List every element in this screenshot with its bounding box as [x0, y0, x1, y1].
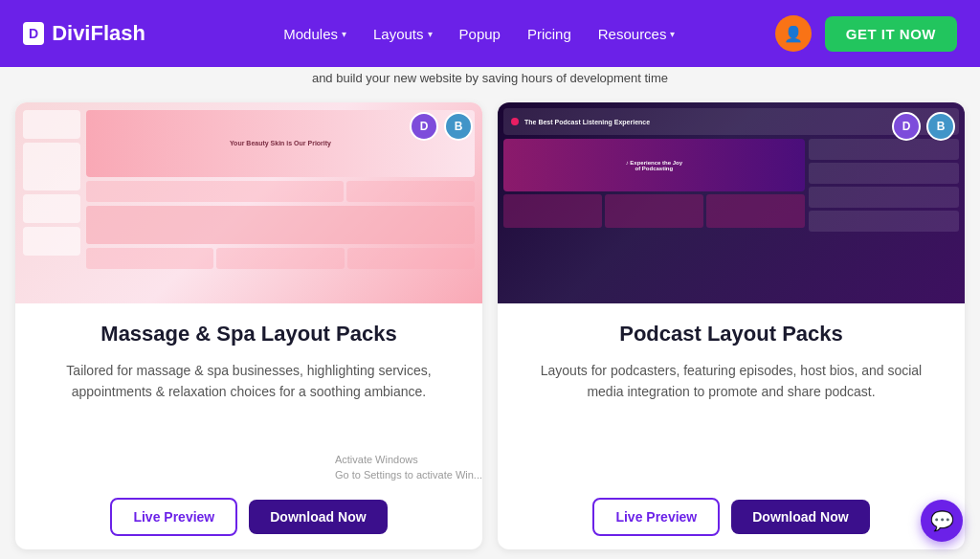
icon-badges: D B: [410, 112, 473, 141]
beaver-badge-podcast: B: [926, 112, 955, 141]
podcast-header-dot: [511, 118, 519, 125]
card-podcast: The Best Podcast Listening Experience ♪ …: [498, 102, 965, 549]
spa-block: [86, 181, 344, 202]
logo-text: DiviFlash: [52, 21, 145, 46]
spa-block: [347, 248, 475, 269]
chevron-down-icon: ▾: [342, 29, 346, 39]
live-preview-button-podcast[interactable]: Live Preview: [592, 498, 720, 536]
podcast-grid-item: [605, 194, 703, 228]
content-area: and build your new website by saving hou…: [0, 67, 980, 559]
download-now-button-spa[interactable]: Download Now: [249, 500, 387, 534]
podcast-header: The Best Podcast Listening Experience: [503, 108, 959, 135]
windows-watermark: Activate Windows Go to Settings to activ…: [335, 453, 482, 482]
podcast-grid: [503, 194, 805, 228]
cards-row: Your Beauty Skin is Our Priority: [0, 91, 980, 559]
podcast-sidebar-item: [809, 211, 959, 232]
spa-block: [86, 248, 213, 269]
spa-mockup: Your Beauty Skin is Our Priority: [23, 110, 475, 296]
download-now-button-podcast[interactable]: Download Now: [731, 500, 869, 534]
podcast-banner: ♪ Experience the Joyof Podcasting: [503, 139, 805, 191]
nav-links: Modules ▾ Layouts ▾ Popup Pricing Resour…: [184, 26, 775, 42]
spa-hero-text: Your Beauty Skin is Our Priority: [230, 139, 331, 147]
logo-icon: D: [23, 22, 44, 45]
card-body-spa: Massage & Spa Layout Packs Tailored for …: [15, 303, 482, 549]
spa-sidebar-item: [23, 227, 80, 256]
spa-block: [346, 181, 475, 202]
podcast-banner-text: ♪ Experience the Joyof Podcasting: [626, 160, 682, 171]
nav-popup[interactable]: Popup: [459, 26, 501, 42]
spa-content-row: [86, 181, 475, 202]
card-actions-spa: Live Preview Download Now: [110, 498, 387, 536]
podcast-mockup: The Best Podcast Listening Experience ♪ …: [503, 108, 959, 298]
podcast-sidebar-item: [809, 163, 959, 184]
spa-content-row: [86, 248, 475, 269]
spa-sidebar-item: [23, 110, 80, 139]
podcast-main-area: ♪ Experience the Joyof Podcasting: [503, 139, 805, 298]
nav-pricing[interactable]: Pricing: [527, 26, 571, 42]
navbar: D DiviFlash Modules ▾ Layouts ▾ Popup Pr…: [0, 0, 980, 67]
card-image-spa: Your Beauty Skin is Our Priority: [15, 102, 482, 303]
chevron-down-icon: ▾: [670, 29, 675, 39]
get-it-now-button[interactable]: GET IT NOW: [825, 16, 957, 52]
podcast-sidebar-item: [809, 187, 959, 208]
spa-sidebar: [23, 110, 80, 296]
chat-bubble-button[interactable]: 💬: [921, 500, 963, 542]
card-actions-podcast: Live Preview Download Now: [592, 498, 869, 536]
chevron-down-icon: ▾: [428, 29, 433, 39]
spa-sidebar-item: [23, 143, 80, 190]
spa-image-placeholder: [86, 206, 475, 244]
podcast-body: ♪ Experience the Joyof Podcasting: [503, 139, 959, 298]
spa-block: [216, 248, 344, 269]
user-avatar-button[interactable]: 👤: [775, 15, 812, 52]
card-desc-podcast: Layouts for podcasters, featuring episod…: [521, 360, 942, 482]
podcast-sidebar-item: [809, 139, 959, 160]
logo[interactable]: D DiviFlash: [23, 21, 145, 46]
nav-right: 👤 GET IT NOW: [775, 15, 957, 52]
divi-badge: D: [410, 112, 438, 141]
live-preview-button-spa[interactable]: Live Preview: [110, 498, 237, 536]
card-title-spa: Massage & Spa Layout Packs: [100, 321, 396, 348]
watermark-line1: Activate Windows: [335, 453, 482, 467]
podcast-grid-item: [503, 194, 602, 228]
card-image-podcast: The Best Podcast Listening Experience ♪ …: [498, 102, 965, 303]
watermark-line2: Go to Settings to activate Win...: [335, 468, 482, 482]
card-body-podcast: Podcast Layout Packs Layouts for podcast…: [498, 303, 965, 549]
top-banner: and build your new website by saving hou…: [0, 67, 980, 91]
card-title-podcast: Podcast Layout Packs: [619, 321, 843, 348]
divi-badge-podcast: D: [892, 112, 921, 141]
podcast-sidebar: [809, 139, 959, 298]
nav-modules[interactable]: Modules ▾: [283, 26, 346, 42]
beaver-badge: B: [444, 112, 473, 141]
podcast-header-text: The Best Podcast Listening Experience: [524, 119, 650, 125]
podcast-grid-item: [706, 194, 805, 228]
spa-sidebar-item: [23, 194, 80, 223]
nav-resources[interactable]: Resources ▾: [598, 26, 676, 42]
nav-layouts[interactable]: Layouts ▾: [373, 26, 433, 42]
icon-badges-podcast: D B: [892, 112, 955, 141]
